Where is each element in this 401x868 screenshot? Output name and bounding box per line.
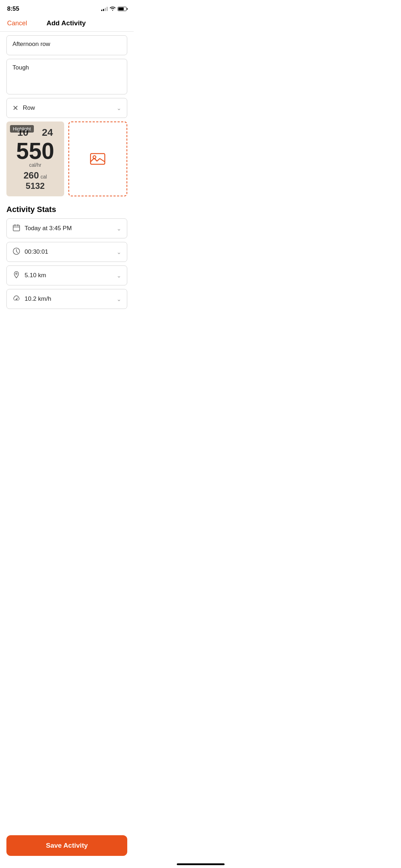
form-content: Afternoon row Tough ✕ Row ⌄ 10 24 550 ca… (0, 35, 134, 348)
cancel-button[interactable]: Cancel (7, 20, 27, 27)
distance-left: 5.10 km (12, 271, 46, 280)
workout-bottom-num: 5132 (11, 181, 60, 191)
calendar-icon (12, 224, 20, 233)
datetime-left: Today at 3:45 PM (12, 224, 72, 233)
duration-selector[interactable]: 00:30:01 ⌄ (6, 242, 127, 262)
highlight-badge: Highlight (10, 125, 34, 133)
speed-value: 10.2 km/h (25, 295, 51, 303)
workout-cal-num: 260 (24, 170, 39, 181)
status-icons (101, 6, 127, 12)
workout-cal-row: 260 cal (11, 170, 60, 181)
datetime-selector[interactable]: Today at 3:45 PM ⌄ (6, 218, 127, 238)
photo-section: 10 24 550 cal/hr 260 cal 5132 Highlight (6, 122, 127, 196)
svg-rect-0 (91, 154, 105, 164)
datetime-value: Today at 3:45 PM (25, 225, 72, 232)
activity-name-value: Afternoon row (12, 41, 50, 47)
chevron-down-icon-speed: ⌄ (117, 296, 121, 303)
nav-bar: Cancel Add Activity (0, 16, 134, 32)
activity-type-selector[interactable]: ✕ Row ⌄ (6, 98, 127, 118)
activity-stats-title: Activity Stats (6, 205, 127, 214)
signal-icon (101, 7, 108, 11)
photo-thumbnail[interactable]: 10 24 550 cal/hr 260 cal 5132 Highlight (6, 122, 64, 196)
svg-rect-2 (13, 225, 20, 231)
add-photo-slot[interactable] (68, 122, 128, 196)
svg-point-4 (16, 273, 17, 274)
duration-value: 00:30:01 (25, 248, 48, 255)
chevron-down-icon-duration: ⌄ (117, 249, 121, 255)
notes-value: Tough (12, 64, 29, 71)
location-icon (12, 271, 20, 280)
chevron-down-icon-distance: ⌄ (117, 272, 121, 279)
image-add-icon (89, 150, 107, 168)
wifi-icon (110, 6, 115, 12)
duration-left: 00:30:01 (12, 247, 48, 257)
rowing-icon: ✕ (12, 104, 19, 112)
workout-main-row: 550 cal/hr (11, 140, 60, 170)
activity-type-left: ✕ Row (12, 104, 35, 112)
workout-display: 10 24 550 cal/hr 260 cal 5132 (6, 122, 64, 196)
clock-icon (12, 247, 20, 257)
status-time: 8:55 (7, 5, 19, 12)
svg-point-5 (16, 299, 17, 300)
chevron-down-icon-date: ⌄ (117, 225, 121, 232)
distance-value: 5.10 km (25, 272, 46, 279)
activity-type-label: Row (23, 104, 35, 112)
chevron-down-icon: ⌄ (117, 105, 121, 112)
status-bar: 8:55 (0, 0, 134, 16)
activity-name-field[interactable]: Afternoon row (6, 35, 127, 55)
workout-top-right: 24 (42, 127, 53, 138)
speed-left: 10.2 km/h (12, 294, 51, 304)
workout-main-num: 550 (16, 138, 54, 164)
battery-icon (118, 7, 127, 11)
notes-field[interactable]: Tough (6, 59, 127, 94)
workout-cal-unit: cal (41, 174, 47, 180)
distance-selector[interactable]: 5.10 km ⌄ (6, 265, 127, 285)
workout-unit: cal/hr (29, 162, 41, 168)
page-title: Add Activity (46, 19, 86, 27)
speed-selector[interactable]: 10.2 km/h ⌄ (6, 289, 127, 309)
speed-icon (12, 294, 20, 304)
